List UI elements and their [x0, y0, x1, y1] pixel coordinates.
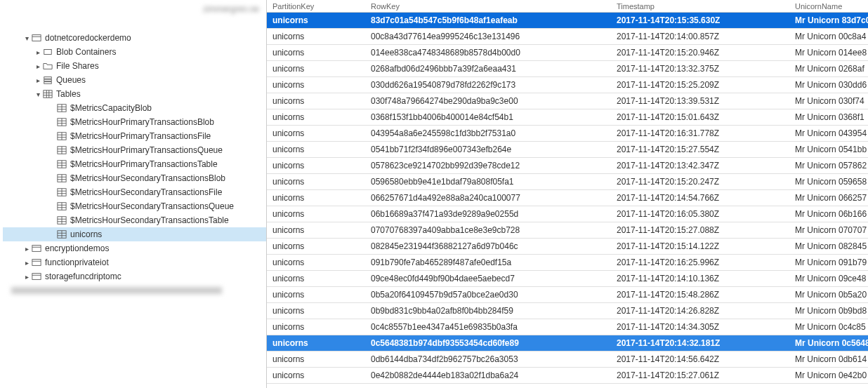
cell-unicornname: Mr Unicorn 057862 [789, 161, 868, 170]
table-row[interactable]: unicorns082845e231944f36882127a6d97b046c… [267, 239, 868, 255]
collapse-icon[interactable]: ▸ [22, 273, 31, 281]
storage-account-node[interactable]: ▾ dotnetcoredockerdemo [3, 31, 266, 45]
table-node[interactable]: $MetricsHourSecondaryTransactionsBlob [3, 171, 266, 185]
table-row[interactable]: unicorns0c4c8557b1ee4347a451e69835b0a3fa… [267, 319, 868, 335]
table-icon [56, 116, 67, 128]
cell-partitionkey: unicorns [267, 257, 365, 267]
svg-rect-4 [44, 79, 52, 81]
svg-rect-55 [32, 274, 41, 280]
cell-partitionkey: unicorns [267, 193, 365, 203]
table-row[interactable]: unicorns0db6144dba734df2b962757bc26a3053… [267, 352, 868, 368]
cell-unicornname: Mr Unicorn 0268af [789, 64, 868, 74]
table-row[interactable]: unicorns091b790fe7ab465289f487afe0edf15a… [267, 255, 868, 271]
table-row[interactable]: unicorns0541bb71f2f34fd896e007343efb264e… [267, 142, 868, 158]
storage-icon [31, 32, 42, 44]
table-node[interactable]: unicorns [3, 227, 266, 241]
cell-timestamp: 2017-11-14T20:15:48.286Z [611, 290, 789, 300]
cell-rowkey: 0541bb71f2f34fd896e007343efb264e [365, 145, 611, 154]
cell-rowkey: 0268afbd06d2496bbb7a39f2a6eaa431 [365, 64, 611, 74]
cell-unicornname: Mr Unicorn 070707 [789, 225, 868, 235]
cell-partitionkey: unicorns [267, 290, 365, 300]
cell-timestamp: 2017-11-14T20:14:00.857Z [611, 32, 789, 41]
table-group-icon [42, 88, 53, 100]
table-icon [56, 145, 67, 156]
cell-partitionkey: unicorns [267, 112, 365, 122]
table-row[interactable]: unicorns0b5a20f64109457b9d57a0bce2ae0d30… [267, 287, 868, 303]
col-header-unicornname[interactable]: UnicornName [789, 2, 868, 11]
table-row[interactable]: unicorns030dd626a19540879d78fd2262f9c173… [267, 77, 868, 93]
table-row[interactable]: unicorns0578623ce9214702bb992d39e78cde12… [267, 158, 868, 174]
cell-unicornname: Mr Unicorn 014ee8 [789, 48, 868, 58]
cell-timestamp: 2017-11-14T20:16:25.996Z [611, 257, 789, 267]
collapse-icon[interactable]: ▸ [22, 259, 31, 267]
table-row[interactable]: unicorns0596580ebb9e41e1bdaf79a808f05fa1… [267, 174, 868, 190]
collapse-icon[interactable]: ▸ [34, 62, 42, 70]
tree-node-blob-containers[interactable]: ▸ Blob Containers [3, 45, 266, 59]
cell-unicornname: Mr Unicorn 0368f1 [789, 112, 868, 122]
table-row[interactable]: unicorns83d7c01a54b547c5b9f6b48af1eafeab… [267, 13, 868, 29]
explorer-sidebar: zimmergren.ne ▾ dotnetcoredockerdemo ▸ B… [0, 0, 267, 388]
table-row[interactable]: unicorns043954a8a6e245598c1fd3bb2f7531a0… [267, 126, 868, 142]
table-label: $MetricsCapacityBlob [70, 103, 152, 113]
col-header-rowkey[interactable]: RowKey [365, 2, 611, 11]
table-row[interactable]: unicorns07070768397a409abba1ce8e3e9cb728… [267, 222, 868, 239]
storage-account-node[interactable]: ▸functionprivateiot [3, 255, 266, 269]
storage-account-node[interactable]: ▸storagefuncdriptomc [3, 269, 266, 283]
cell-rowkey: 043954a8a6e245598c1fd3bb2f7531a0 [365, 128, 611, 138]
table-icon [56, 229, 67, 240]
cell-unicornname: Mr Unicorn 06b166 [789, 209, 868, 219]
table-row[interactable]: unicorns066257671d4a492e88a8a240ca100077… [267, 190, 868, 206]
cell-partitionkey: unicorns [267, 128, 365, 138]
table-node[interactable]: $MetricsHourSecondaryTransactionsFile [3, 185, 266, 199]
table-node[interactable]: $MetricsHourSecondaryTransactionsQueue [3, 199, 266, 213]
expand-icon[interactable]: ▾ [22, 34, 31, 42]
table-node[interactable]: $MetricsHourPrimaryTransactionsBlob [3, 115, 266, 129]
collapse-icon[interactable]: ▸ [34, 76, 42, 84]
cell-rowkey: 066257671d4a492e88a8a240ca100077 [365, 193, 611, 203]
tree-node-queues[interactable]: ▸ Queues [3, 73, 266, 87]
cell-unicornname: Mr Unicorn 0e42b0 [789, 370, 868, 380]
table-row[interactable]: unicorns0b9bd831c9bb4a02afb8f0b4bb284f59… [267, 303, 868, 319]
table-row[interactable]: unicorns0e42b0882de4444eb183a02f1dba6a24… [267, 368, 868, 384]
expand-icon[interactable]: ▾ [34, 91, 42, 98]
table-node[interactable]: $MetricsHourPrimaryTransactionsFile [3, 129, 266, 143]
table-row[interactable]: unicorns06b16689a37f471a93de9289a9e0255d… [267, 206, 868, 222]
table-row[interactable]: unicorns014ee838ca4748348689b8578d4b00d0… [267, 45, 868, 61]
col-header-timestamp[interactable]: Timestamp [611, 2, 789, 11]
cell-rowkey: 014ee838ca4748348689b8578d4b00d0 [365, 48, 611, 58]
cell-rowkey: 0e42b0882de4444eb183a02f1dba6a24 [365, 370, 611, 380]
cell-timestamp: 2017-11-14T20:14:54.766Z [611, 193, 789, 203]
table-row[interactable]: unicorns0368f153f1bb4006b400014e84cf54b1… [267, 109, 868, 126]
table-icon [56, 131, 67, 142]
table-label: $MetricsHourPrimaryTransactionsQueue [70, 145, 223, 155]
container-icon [42, 46, 53, 58]
table-node[interactable]: $MetricsHourSecondaryTransactionsTable [3, 213, 266, 227]
cell-timestamp: 2017-11-14T20:14:56.642Z [611, 354, 789, 364]
cell-timestamp: 2017-11-14T20:15:25.209Z [611, 80, 789, 90]
cell-unicornname: Mr Unicorn 0c5648 [789, 338, 868, 348]
grid-body[interactable]: unicorns83d7c01a54b547c5b9f6b48af1eafeab… [267, 13, 868, 388]
collapse-icon[interactable]: ▸ [22, 245, 31, 253]
cell-partitionkey: unicorns [267, 80, 365, 90]
table-row[interactable]: unicorns00c8a43d77614ea9995246c13e131496… [267, 29, 868, 45]
cell-partitionkey: unicorns [267, 161, 365, 170]
table-row[interactable]: unicorns0268afbd06d2496bbb7a39f2a6eaa431… [267, 61, 868, 77]
queue-icon [42, 74, 53, 86]
table-row[interactable]: unicorns09ce48ec0fd449bf90b4daee5aebecd7… [267, 271, 868, 287]
table-row[interactable]: unicorns030f748a79664274be290da9ba9c3e00… [267, 93, 868, 109]
table-node[interactable]: $MetricsHourPrimaryTransactionsQueue [3, 143, 266, 157]
table-node[interactable]: $MetricsHourPrimaryTransactionsTable [3, 157, 266, 171]
collapse-icon[interactable]: ▸ [34, 48, 42, 56]
storage-account-node[interactable]: ▸encryptiondemos [3, 241, 266, 255]
table-row[interactable]: unicorns0c5648381b974dbf93553454cd60fe89… [267, 335, 868, 352]
cell-partitionkey: unicorns [267, 64, 365, 74]
tree-node-file-shares[interactable]: ▸ File Shares [3, 59, 266, 73]
table-node[interactable]: $MetricsCapacityBlob [3, 101, 266, 115]
cell-unicornname: Mr Unicorn 066257 [789, 193, 868, 203]
cell-partitionkey: unicorns [267, 96, 365, 106]
cell-unicornname: Mr Unicorn 030f74 [789, 96, 868, 106]
cell-timestamp: 2017-11-14T20:15:01.643Z [611, 112, 789, 122]
tree-node-tables[interactable]: ▾ Tables [3, 87, 266, 101]
cell-timestamp: 2017-11-14T20:14:10.136Z [611, 274, 789, 283]
col-header-partitionkey[interactable]: PartitionKey [267, 2, 365, 11]
